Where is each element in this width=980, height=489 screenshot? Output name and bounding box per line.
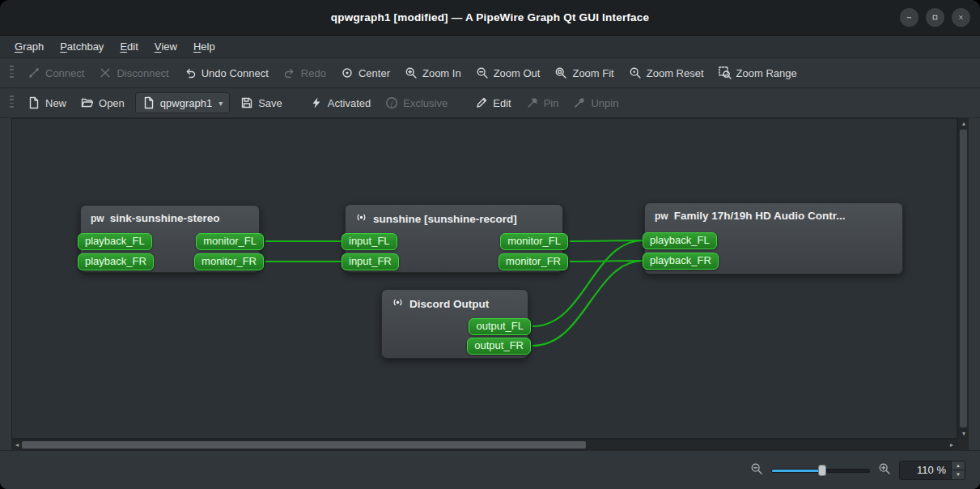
save-icon [240,96,253,109]
patchbay-combobox[interactable]: qpwgraph1 ▾ [135,92,230,113]
zoom-slider-handle[interactable] [818,465,826,476]
zoom-slider[interactable] [771,464,870,477]
zoom-range-button[interactable]: Zoom Range [711,62,804,84]
maximize-button[interactable] [926,8,944,27]
minimize-icon [904,12,914,23]
center-button[interactable]: Center [333,62,397,84]
graph-canvas[interactable]: pw sink-sunshine-stereo playback_FL play… [11,118,957,439]
node-title-text: Discord Output [409,298,489,310]
zoom-reset-button[interactable]: Zoom Reset [622,62,711,84]
activated-button[interactable]: Activated [303,91,378,114]
zoom-in-icon[interactable] [878,462,891,478]
toolbar-drag-handle[interactable] [10,96,14,110]
zoom-reset-label: Zoom Reset [647,67,704,79]
undo-connect-button[interactable]: Undo Connect [176,62,276,84]
port-sink-monitor-fl[interactable]: monitor_FL [196,233,264,250]
port-sink-monitor-fr[interactable]: monitor_FR [194,253,264,270]
unpin-button[interactable]: Unpin [566,91,626,114]
zoom-fit-button[interactable]: Zoom Fit [547,62,621,84]
new-button[interactable]: New [20,91,74,114]
connect-button[interactable]: Connect [20,62,91,84]
window-title: qpwgraph1 [modified] — A PipeWire Graph … [0,11,980,23]
audio-device-icon [355,211,367,226]
zoom-spin-up[interactable]: ▴ [952,461,965,470]
zoom-out-icon[interactable] [750,462,763,478]
redo-button[interactable]: Redo [276,62,333,84]
zoom-spin-buttons: ▴ ▾ [951,461,965,479]
zoom-spinbox[interactable]: 110 % ▴ ▾ [899,461,965,480]
connection-discord-to-family-fr [532,261,643,346]
connection-lines [12,119,957,439]
activated-label: Activated [328,97,371,109]
disconnect-icon [99,66,112,79]
edit-button[interactable]: Edit [468,91,518,114]
menu-patchbay[interactable]: Patchbay [52,36,112,57]
open-button[interactable]: Open [74,91,132,114]
exclusive-label: Exclusive [403,97,448,109]
exclusive-button[interactable]: f Exclusive [378,91,455,114]
zoom-spin-down[interactable]: ▾ [952,470,965,479]
open-label: Open [99,97,125,109]
new-file-icon [28,96,40,109]
save-button[interactable]: Save [233,91,290,114]
disconnect-button[interactable]: Disconnect [91,62,176,84]
menu-graph[interactable]: Graph [6,36,52,57]
scroll-up-arrow[interactable]: ▴ [958,118,969,129]
zoom-range-icon [719,66,732,79]
patchbay-toolbar: New Open qpwgraph1 ▾ Save Activated f Ex… [0,88,980,118]
vertical-scrollbar[interactable]: ▴ ▾ [957,118,969,439]
port-sink-playback-fl[interactable]: playback_FL [78,233,152,250]
port-sink-playback-fr[interactable]: playback_FR [78,253,154,270]
connection-sunshine-to-family-fr [570,261,643,262]
port-discord-output-fr[interactable]: output_FR [467,338,531,355]
pin-button[interactable]: Pin [519,91,566,114]
pipewire-icon: pw [91,214,104,223]
node-title: pw Family 17h/19h HD Audio Contr... [645,203,902,228]
menu-help[interactable]: Help [185,36,223,57]
toolbar-drag-handle[interactable] [10,66,14,80]
save-label: Save [258,97,282,109]
pin-label: Pin [544,97,559,109]
close-button[interactable] [952,8,970,27]
port-sunshine-input-fr[interactable]: input_FR [342,253,399,270]
port-discord-output-fl[interactable]: output_FL [469,318,531,335]
chevron-down-icon: ▾ [218,99,223,108]
port-sunshine-monitor-fl[interactable]: monitor_FL [500,233,568,250]
port-sunshine-monitor-fr[interactable]: monitor_FR [498,253,568,270]
zoom-out-label: Zoom Out [494,67,541,79]
titlebar[interactable]: qpwgraph1 [modified] — A PipeWire Graph … [0,0,980,36]
undo-icon [184,66,197,79]
horizontal-scrollbar[interactable]: ◂ ▸ [11,439,957,450]
connect-label: Connect [45,67,84,79]
scroll-down-arrow[interactable]: ▾ [958,428,969,439]
zoom-in-button[interactable]: Zoom In [397,62,469,84]
node-title: Discord Output [382,290,528,317]
edit-pencil-icon [475,96,488,109]
node-title-text: sunshine [sunshine-record] [373,213,517,225]
vertical-scrollbar-thumb[interactable] [960,130,967,427]
open-folder-icon [81,96,94,109]
center-icon [341,66,354,79]
patchbay-file-icon [142,96,155,109]
zoom-out-button[interactable]: Zoom Out [469,62,548,84]
menu-edit[interactable]: Edit [112,36,146,57]
node-title: pw sink-sunshine-stereo [81,206,259,231]
zoom-reset-icon [629,66,642,79]
menu-view[interactable]: View [146,36,185,57]
port-family-playback-fr[interactable]: playback_FR [643,253,719,270]
activated-bolt-icon [310,96,323,109]
minimize-button[interactable] [900,8,918,27]
graph-toolbar: Connect Disconnect Undo Connect Redo Cen… [0,58,980,88]
horizontal-scrollbar-thumb[interactable] [22,441,586,449]
redo-label: Redo [301,67,326,79]
zoom-in-label: Zoom In [422,67,461,79]
port-sunshine-input-fl[interactable]: input_FL [342,233,397,250]
zoom-value[interactable]: 110 % [900,461,951,479]
zoom-in-icon [405,66,418,79]
disconnect-label: Disconnect [117,67,168,79]
edit-label: Edit [493,97,511,109]
app-window: qpwgraph1 [modified] — A PipeWire Graph … [0,0,980,489]
scroll-right-arrow[interactable]: ▸ [946,440,957,450]
scroll-left-arrow[interactable]: ◂ [11,440,23,450]
port-family-playback-fl[interactable]: playback_FL [643,232,717,249]
